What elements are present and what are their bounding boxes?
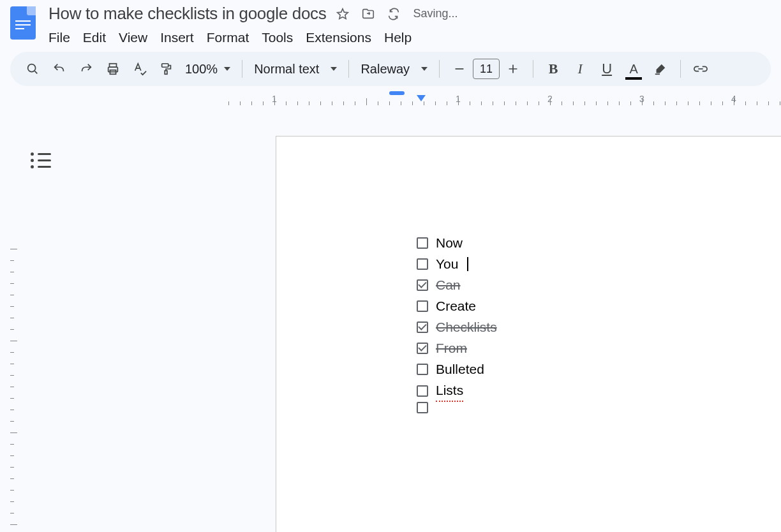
chevron-down-icon[interactable] xyxy=(224,67,230,71)
zoom-select[interactable]: 100% xyxy=(185,62,218,77)
checklist-item[interactable]: Can xyxy=(417,274,781,295)
text-color-button[interactable]: A xyxy=(621,57,646,81)
checkbox-icon[interactable] xyxy=(417,237,428,249)
checkbox-icon[interactable] xyxy=(417,258,428,270)
decrease-font-size-icon[interactable] xyxy=(447,57,472,81)
checklist-item-text[interactable]: You xyxy=(436,253,458,274)
print-icon[interactable] xyxy=(101,57,125,81)
menu-insert[interactable]: Insert xyxy=(160,30,194,45)
paint-format-icon[interactable] xyxy=(154,57,179,81)
save-status: Saving... xyxy=(413,7,457,20)
bold-button[interactable]: B xyxy=(541,57,565,81)
menu-bar: FileEditViewInsertFormatToolsExtensionsH… xyxy=(48,26,458,52)
cloud-sync-icon[interactable] xyxy=(385,5,403,23)
ruler-label: 4 xyxy=(731,94,736,104)
checklist-item[interactable]: From xyxy=(417,337,781,358)
paragraph-style-select[interactable]: Normal text xyxy=(254,62,319,77)
checkbox-icon[interactable] xyxy=(417,321,428,333)
left-indent-marker-icon[interactable] xyxy=(417,95,426,101)
menu-help[interactable]: Help xyxy=(384,30,412,45)
checklist-item[interactable]: Checklists xyxy=(417,316,781,337)
redo-icon[interactable] xyxy=(74,57,98,81)
menu-file[interactable]: File xyxy=(48,30,70,45)
checklist-item[interactable]: Bulleted xyxy=(417,358,781,380)
ruler-label: 1 xyxy=(272,94,277,104)
checklist-item-text[interactable]: Checklists xyxy=(436,316,497,337)
font-size-input[interactable]: 11 xyxy=(473,59,500,79)
increase-font-size-icon[interactable] xyxy=(501,57,525,81)
ruler-label: 1 xyxy=(456,94,461,104)
checklist-item[interactable]: Lists xyxy=(417,380,781,402)
menu-tools[interactable]: Tools xyxy=(262,30,293,45)
checkbox-icon[interactable] xyxy=(417,300,428,312)
horizontal-ruler[interactable]: 11234 xyxy=(8,91,781,109)
checkbox-icon[interactable] xyxy=(417,364,428,375)
svg-rect-5 xyxy=(165,71,167,75)
spellcheck-icon[interactable] xyxy=(128,57,152,81)
text-cursor xyxy=(467,257,468,271)
checklist-item-text[interactable]: Bulleted xyxy=(436,358,484,380)
search-icon[interactable] xyxy=(20,57,45,81)
checklist-item[interactable]: You xyxy=(417,253,781,274)
ruler-label: 2 xyxy=(547,94,553,104)
undo-icon[interactable] xyxy=(47,57,71,81)
checkbox-icon[interactable] xyxy=(417,385,428,397)
checklist-item-text[interactable]: Lists xyxy=(436,380,463,402)
first-line-indent-icon[interactable] xyxy=(389,91,405,95)
checkbox-icon[interactable] xyxy=(417,343,428,354)
highlight-color-icon[interactable] xyxy=(648,57,673,81)
docs-logo[interactable] xyxy=(10,6,36,40)
menu-view[interactable]: View xyxy=(119,30,147,45)
checklist-item-text[interactable]: Create xyxy=(436,295,476,316)
ruler-label: 3 xyxy=(639,94,644,104)
chevron-down-icon[interactable] xyxy=(331,67,337,71)
menu-format[interactable]: Format xyxy=(207,30,249,45)
document-page[interactable]: NowYouCanCreateChecklistsFromBulletedLis… xyxy=(276,136,781,532)
checklist-item-text[interactable]: Can xyxy=(436,274,461,295)
move-folder-icon[interactable] xyxy=(359,5,377,23)
insert-link-icon[interactable] xyxy=(688,57,713,81)
checklist-item-text[interactable]: Now xyxy=(436,232,463,253)
checklist-item[interactable] xyxy=(417,402,781,413)
checkbox-icon[interactable] xyxy=(417,279,428,291)
star-icon[interactable] xyxy=(334,5,352,23)
menu-edit[interactable]: Edit xyxy=(83,30,106,45)
checklist-item[interactable]: Create xyxy=(417,295,781,316)
menu-extensions[interactable]: Extensions xyxy=(306,30,371,45)
checklist-item[interactable]: Now xyxy=(417,232,781,253)
checkbox-icon[interactable] xyxy=(417,402,428,413)
toolbar: 100% Normal text Raleway 11 B I U A xyxy=(10,52,771,86)
document-title[interactable]: How to make checklists in google docs xyxy=(48,4,326,24)
underline-button[interactable]: U xyxy=(595,57,619,81)
italic-button[interactable]: I xyxy=(568,57,592,81)
chevron-down-icon[interactable] xyxy=(421,67,428,71)
checklist-item-text[interactable]: From xyxy=(436,337,467,358)
vertical-ruler[interactable] xyxy=(5,249,19,532)
font-select[interactable]: Raleway xyxy=(361,62,410,77)
svg-rect-4 xyxy=(162,64,168,68)
document-outline-icon[interactable] xyxy=(31,150,51,170)
svg-point-0 xyxy=(28,64,36,72)
